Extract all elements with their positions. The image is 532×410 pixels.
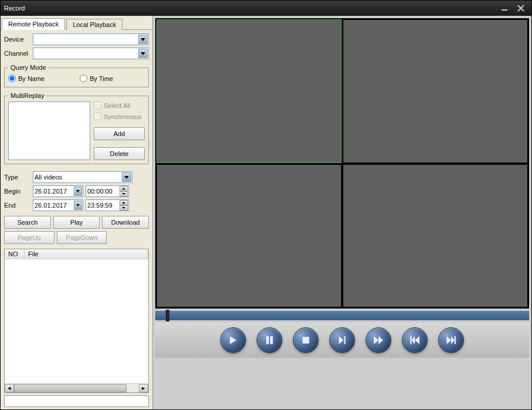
multireplay-legend: MultiReplay xyxy=(8,92,46,99)
chevron-down-icon[interactable] xyxy=(74,201,82,210)
channel-dropdown[interactable] xyxy=(33,48,149,59)
delete-button[interactable]: Delete xyxy=(94,147,145,160)
video-cell-2[interactable] xyxy=(343,19,528,163)
tab-remote-playback[interactable]: Remote Playback xyxy=(2,18,65,30)
col-no[interactable]: NO xyxy=(5,249,25,259)
tab-local-playback[interactable]: Local Playback xyxy=(66,19,122,30)
scroll-right-icon[interactable]: ▸ xyxy=(139,384,148,392)
scroll-thumb[interactable] xyxy=(14,384,127,392)
svg-rect-3 xyxy=(302,337,309,343)
svg-rect-4 xyxy=(344,336,345,344)
window-title: Record xyxy=(4,5,495,12)
bottom-area xyxy=(155,360,529,407)
file-table-body[interactable] xyxy=(5,259,148,383)
type-value: All videos xyxy=(35,174,62,181)
video-cell-1[interactable] xyxy=(156,19,342,163)
begin-date-input[interactable]: 26.01.2017 xyxy=(33,185,83,197)
timeline[interactable] xyxy=(155,311,529,320)
query-mode-fieldset: Query Mode By Name By Time xyxy=(4,64,149,87)
next-icon[interactable] xyxy=(438,327,464,353)
time-spinner[interactable] xyxy=(120,200,128,211)
time-spinner[interactable] xyxy=(120,186,128,196)
radio-by-name[interactable]: By Name xyxy=(8,74,45,82)
file-table: NO File ◂ ▸ xyxy=(4,249,149,393)
step-icon[interactable] xyxy=(329,327,355,353)
type-dropdown[interactable]: All videos xyxy=(33,171,132,183)
play-button[interactable]: Play xyxy=(53,216,100,229)
svg-rect-2 xyxy=(270,336,273,344)
video-grid xyxy=(155,18,529,309)
chevron-down-icon[interactable] xyxy=(122,172,131,182)
col-file[interactable]: File xyxy=(25,249,148,259)
svg-rect-5 xyxy=(410,336,411,344)
by-name-radio[interactable] xyxy=(8,74,16,82)
begin-time-input[interactable]: 00:00:00 xyxy=(86,185,129,197)
pause-icon[interactable] xyxy=(257,327,282,353)
right-panel xyxy=(153,16,531,409)
by-time-radio[interactable] xyxy=(80,74,87,82)
device-label: Device xyxy=(4,36,30,43)
hscrollbar[interactable]: ◂ ▸ xyxy=(5,383,148,392)
begin-label: Begin xyxy=(4,188,30,195)
chevron-down-icon[interactable] xyxy=(138,35,148,44)
close-button[interactable] xyxy=(514,4,528,13)
add-button[interactable]: Add xyxy=(94,127,145,140)
svg-rect-1 xyxy=(266,336,269,344)
search-button[interactable]: Search xyxy=(4,216,51,229)
left-panel: Remote Playback Local Playback Device Ch… xyxy=(1,16,153,409)
status-bar xyxy=(4,395,149,407)
video-cell-4[interactable] xyxy=(343,164,528,308)
pageup-button[interactable]: PageUp xyxy=(4,231,54,244)
minimize-button[interactable] xyxy=(497,4,511,13)
playback-controls xyxy=(155,323,529,358)
pagedown-button[interactable]: PageDown xyxy=(57,231,107,244)
scroll-left-icon[interactable]: ◂ xyxy=(5,384,14,392)
previous-icon[interactable] xyxy=(402,327,428,353)
svg-rect-0 xyxy=(502,9,507,11)
svg-rect-6 xyxy=(455,336,456,344)
fast-forward-icon[interactable] xyxy=(366,327,391,353)
stop-icon[interactable] xyxy=(293,327,319,353)
end-date-input[interactable]: 26.01.2017 xyxy=(33,199,83,211)
synchronous-checkbox[interactable]: Synchronous xyxy=(94,113,145,120)
channel-label: Channel xyxy=(4,50,30,57)
download-button[interactable]: Download xyxy=(102,216,149,229)
end-label: End xyxy=(4,202,30,209)
multireplay-listbox[interactable] xyxy=(8,101,90,160)
device-dropdown[interactable] xyxy=(33,33,149,45)
multireplay-fieldset: MultiReplay Select All Synchronous Add D… xyxy=(4,92,149,164)
type-label: Type xyxy=(4,174,30,181)
video-cell-3[interactable] xyxy=(156,164,342,308)
playback-tabs: Remote Playback Local Playback xyxy=(1,16,152,30)
chevron-down-icon[interactable] xyxy=(74,187,82,196)
radio-by-time[interactable]: By Time xyxy=(80,74,113,82)
play-icon[interactable] xyxy=(220,327,246,353)
end-time-input[interactable]: 23:59:59 xyxy=(86,199,129,211)
chevron-down-icon[interactable] xyxy=(138,49,148,58)
timeline-marker[interactable] xyxy=(166,310,169,321)
query-mode-legend: Query Mode xyxy=(8,64,49,71)
select-all-checkbox[interactable]: Select All xyxy=(94,101,145,109)
titlebar: Record xyxy=(1,1,531,16)
